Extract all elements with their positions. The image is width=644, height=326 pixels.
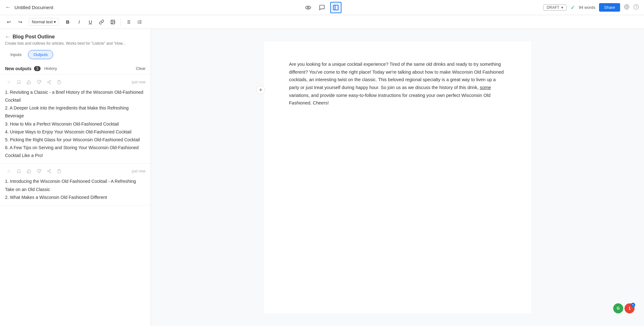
card-timestamp-1: just now [132, 80, 146, 84]
panel-header: ← Blog Post Outline Create lists and out… [0, 29, 151, 63]
history-button[interactable]: History [44, 66, 57, 71]
share-button[interactable]: Share [599, 3, 620, 12]
document-area: + Are you looking for a unique cocktail … [151, 29, 644, 326]
card-timestamp-2: just now [132, 169, 146, 173]
document-page: + Are you looking for a unique cocktail … [264, 42, 531, 313]
eye-view-button[interactable] [303, 2, 314, 13]
list-item: 6. A Few Tips on Serving and Storing You… [5, 144, 146, 160]
panel-scroll-area[interactable]: ☆ just now [0, 75, 151, 326]
word-count: 94 words [579, 5, 596, 10]
globe-icon[interactable] [624, 4, 630, 11]
svg-line-22 [48, 81, 50, 82]
collaborator-avatars: G 1 + [613, 303, 635, 313]
star-icon-2[interactable]: ☆ [5, 167, 13, 175]
svg-rect-2 [334, 5, 338, 10]
new-outputs-count: 3 [34, 66, 41, 71]
list-item: 2. A Deeper Look into the Ingredients th… [5, 104, 146, 120]
new-outputs-label: New outputs [5, 66, 31, 71]
comment-icon [319, 4, 325, 11]
list-item: 3. How to Mix a Perfect Wisconsin Old-Fa… [5, 120, 146, 128]
svg-point-1 [308, 7, 309, 8]
panel-back-button[interactable]: ← [5, 34, 10, 40]
underline-button[interactable]: U [85, 17, 95, 27]
tab-outputs[interactable]: Outputs [28, 50, 53, 59]
bold-button[interactable]: B [63, 17, 73, 27]
image-icon [110, 20, 115, 25]
image-button[interactable] [108, 17, 118, 27]
view-toggle-group [303, 2, 341, 13]
svg-point-25 [50, 172, 51, 173]
bookmark-icon[interactable] [15, 78, 23, 86]
tab-inputs[interactable]: Inputs [5, 50, 27, 59]
left-panel: ← Blog Post Outline Create lists and out… [0, 29, 151, 326]
panel-description: Create lists and outlines for articles. … [5, 41, 146, 46]
undo-button[interactable]: ↩ [4, 17, 14, 27]
bullet-list-button[interactable] [123, 17, 133, 27]
right-section: ✓ 94 words Share [570, 3, 639, 12]
svg-point-20 [50, 83, 51, 84]
text-style-select[interactable]: Normal text ▾ [29, 18, 59, 26]
comment-view-button[interactable] [316, 2, 328, 13]
numbered-list-button[interactable] [135, 17, 145, 27]
bullet-list-icon [126, 20, 131, 25]
thumbs-down-icon-2[interactable] [35, 167, 43, 175]
clear-button[interactable]: Clear [136, 66, 146, 71]
svg-point-18 [50, 80, 51, 81]
svg-line-21 [48, 82, 50, 83]
underlined-word: some [480, 85, 491, 90]
document-body[interactable]: Are you looking for a unique cocktail ex… [289, 60, 506, 107]
list-item: 5. Picking the Right Glass for your Wisc… [5, 136, 146, 144]
thumbs-up-icon[interactable] [25, 78, 33, 86]
link-icon [99, 20, 104, 25]
svg-point-8 [112, 21, 113, 21]
italic-button[interactable]: I [74, 17, 84, 27]
share-icon[interactable] [45, 78, 53, 86]
panel-header-top: ← Blog Post Outline [5, 34, 146, 40]
formatting-toolbar: ↩ ↪ Normal text ▾ B I U [0, 15, 644, 29]
card-actions-1: ☆ just now [5, 78, 146, 86]
top-bar: ← Untitled Document DRAFT ▾ ✓ 94 words S… [0, 0, 644, 15]
document-title: Untitled Document [14, 5, 540, 10]
history-icon[interactable] [633, 4, 639, 11]
star-icon[interactable]: ☆ [5, 78, 13, 86]
output-card-2: ☆ just now [0, 164, 151, 205]
output-card-1: ☆ just now [0, 75, 151, 164]
svg-point-24 [47, 171, 49, 172]
saved-icon: ✓ [570, 4, 575, 11]
list-item: 4. Unique Ways to Enjoy Your Wisconsin O… [5, 128, 146, 136]
draft-badge[interactable]: DRAFT ▾ [543, 4, 567, 11]
eye-icon [305, 4, 311, 11]
list-item: 2. What Makes a Wisconsin Old Fashioned … [5, 194, 146, 201]
share-icon-2[interactable] [45, 167, 53, 175]
back-button[interactable]: ← [5, 4, 11, 11]
redo-button[interactable]: ↪ [15, 17, 25, 27]
layout-view-button[interactable] [330, 2, 341, 13]
outputs-bar: New outputs 3 History Clear [0, 63, 151, 75]
avatar-red[interactable]: 1 + [625, 303, 635, 313]
list-item: 1. Revisiting a Classic - a Brief Histor… [5, 88, 146, 104]
avatar-green[interactable]: G [613, 303, 623, 313]
draft-label: DRAFT [547, 5, 559, 10]
link-button[interactable] [97, 17, 107, 27]
avatar-badge: + [631, 303, 635, 307]
panel-title: Blog Post Outline [13, 34, 55, 40]
text-style-label: Normal text [32, 20, 53, 24]
card-actions-2: ☆ just now [5, 167, 146, 175]
numbered-list-icon [137, 20, 142, 25]
svg-line-27 [48, 170, 50, 171]
thumbs-down-icon[interactable] [35, 78, 43, 86]
list-item: 1. Introducing the Wisconsin Old Fashion… [5, 177, 146, 193]
trash-icon[interactable] [55, 78, 63, 86]
layout-icon [333, 4, 339, 11]
add-block-button[interactable]: + [256, 86, 265, 94]
bookmark-icon-2[interactable] [15, 167, 23, 175]
output-list-2: 1. Introducing the Wisconsin Old Fashion… [5, 177, 146, 201]
main-content: ← Blog Post Outline Create lists and out… [0, 29, 644, 326]
thumbs-up-icon-2[interactable] [25, 167, 33, 175]
text-style-chevron-icon: ▾ [54, 20, 56, 24]
tab-group: Inputs Outputs [5, 50, 146, 59]
svg-line-26 [48, 171, 50, 172]
trash-icon-2[interactable] [55, 167, 63, 175]
svg-point-23 [50, 170, 51, 171]
svg-point-19 [47, 82, 49, 83]
